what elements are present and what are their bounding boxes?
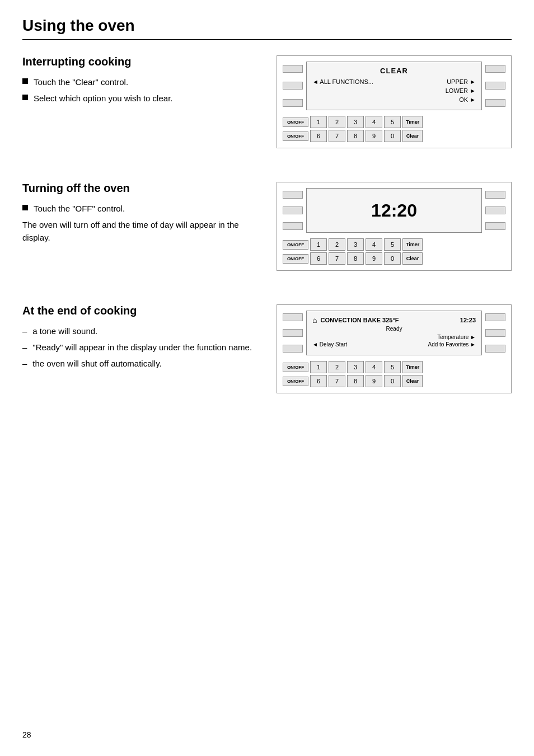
key-6c[interactable]: 6 xyxy=(310,375,327,387)
key-1c[interactable]: 1 xyxy=(310,361,327,373)
left-btn-6[interactable] xyxy=(283,222,303,230)
dash-icon: – xyxy=(22,341,27,353)
clear-header: CLEAR xyxy=(312,67,476,75)
section-interrupting-cooking: Interrupting cooking Touch the "Clear" c… xyxy=(22,55,512,148)
key-8b[interactable]: 8 xyxy=(347,252,364,265)
time-display: 12:20 xyxy=(306,188,482,233)
key-4c[interactable]: 4 xyxy=(366,361,382,373)
onoff-btn-4[interactable]: ON/OFF xyxy=(283,254,308,264)
keypad-row4: ON/OFF 6 7 8 9 0 Clear xyxy=(283,252,505,265)
display-area-3: ⌂ CONVECTION BAKE 325°F 12:23 Ready Temp… xyxy=(283,311,505,355)
timer-btn-1[interactable]: Timer xyxy=(402,116,423,128)
left-btn-5[interactable] xyxy=(283,206,303,214)
onoff-btn-5[interactable]: ON/OFF xyxy=(283,363,308,372)
right-btn-7[interactable] xyxy=(485,313,505,321)
key-6[interactable]: 6 xyxy=(310,130,327,142)
right-btn-2[interactable] xyxy=(485,82,505,90)
clear-btn-3[interactable]: Clear xyxy=(402,375,423,387)
key-7c[interactable]: 7 xyxy=(329,375,345,387)
cooking-bottom-row: ◄ Delay Start Add to Favorites ► xyxy=(312,341,476,348)
all-functions-label: ◄ ALL FUNCTIONS... xyxy=(312,78,373,85)
bullet-icon xyxy=(22,78,28,84)
cooking-display: ⌂ CONVECTION BAKE 325°F 12:23 Ready Temp… xyxy=(306,311,482,355)
onoff-btn-6[interactable]: ON/OFF xyxy=(283,377,308,386)
right-btn-9[interactable] xyxy=(485,345,505,353)
left-btn-9[interactable] xyxy=(283,345,303,353)
key-0b[interactable]: 0 xyxy=(384,252,401,265)
key-4[interactable]: 4 xyxy=(366,116,382,128)
section2-bullet1: Touch the "OFF" control. xyxy=(22,203,265,214)
left-btn-7[interactable] xyxy=(283,313,303,321)
home-icon: ⌂ xyxy=(312,316,317,325)
key-9c[interactable]: 9 xyxy=(366,375,382,387)
cooking-time: 12:23 xyxy=(460,317,476,323)
right-buttons-3 xyxy=(485,311,505,355)
section1-bullet2: Select which option you wish to clear. xyxy=(22,92,265,104)
onoff-btn-3[interactable]: ON/OFF xyxy=(283,240,308,250)
right-btn-1[interactable] xyxy=(485,65,505,73)
lower-label: LOWER ► xyxy=(446,87,476,94)
clear-btn-2[interactable]: Clear xyxy=(402,252,423,265)
left-buttons-2 xyxy=(283,188,303,233)
key-0c[interactable]: 0 xyxy=(384,375,401,387)
section2-title: Turning off the oven xyxy=(22,182,265,195)
right-btn-5[interactable] xyxy=(485,206,505,214)
page-title: Using the oven xyxy=(22,17,512,40)
key-5[interactable]: 5 xyxy=(384,116,401,128)
key-8[interactable]: 8 xyxy=(347,130,364,142)
key-1b[interactable]: 1 xyxy=(310,238,327,251)
onoff-btn-1[interactable]: ON/OFF xyxy=(283,118,308,127)
keypad-2: ON/OFF 1 2 3 4 5 Timer ON/OFF 6 7 8 9 0 … xyxy=(283,238,505,265)
bullet-icon xyxy=(22,205,28,210)
left-btn-1[interactable] xyxy=(283,65,303,73)
key-2c[interactable]: 2 xyxy=(329,361,345,373)
upper-label: UPPER ► xyxy=(447,78,476,85)
section1-bullet1: Touch the "Clear" control. xyxy=(22,76,265,88)
key-9b[interactable]: 9 xyxy=(366,252,382,265)
display-area-1: CLEAR ◄ ALL FUNCTIONS... UPPER ► LOWER ►… xyxy=(283,62,505,110)
key-8c[interactable]: 8 xyxy=(347,375,364,387)
key-3[interactable]: 3 xyxy=(347,116,364,128)
key-1[interactable]: 1 xyxy=(310,116,327,128)
temp-label[interactable]: Temperature ► xyxy=(437,334,476,340)
right-btn-6[interactable] xyxy=(485,222,505,230)
key-5b[interactable]: 5 xyxy=(384,238,401,251)
ok-label: OK ► xyxy=(459,96,476,103)
key-3b[interactable]: 3 xyxy=(347,238,364,251)
add-favorites-label[interactable]: Add to Favorites ► xyxy=(428,341,476,348)
left-btn-3[interactable] xyxy=(283,99,303,107)
key-2b[interactable]: 2 xyxy=(329,238,345,251)
left-btn-8[interactable] xyxy=(283,329,303,337)
right-buttons-1 xyxy=(485,62,505,110)
right-btn-4[interactable] xyxy=(485,191,505,199)
keypad-row2: ON/OFF 6 7 8 9 0 Clear xyxy=(283,130,505,142)
right-btn-3[interactable] xyxy=(485,99,505,107)
dash-icon: – xyxy=(22,325,27,337)
key-3c[interactable]: 3 xyxy=(347,361,364,373)
right-btn-8[interactable] xyxy=(485,329,505,337)
key-4b[interactable]: 4 xyxy=(366,238,382,251)
key-2[interactable]: 2 xyxy=(329,116,345,128)
delay-start-label[interactable]: ◄ Delay Start xyxy=(312,341,347,348)
timer-btn-3[interactable]: Timer xyxy=(402,361,423,373)
onoff-btn-2[interactable]: ON/OFF xyxy=(283,132,308,141)
keypad-row1: ON/OFF 1 2 3 4 5 Timer xyxy=(283,116,505,128)
section3-title: At the end of cooking xyxy=(22,304,265,317)
left-btn-2[interactable] xyxy=(283,82,303,90)
clear-row-lower: LOWER ► xyxy=(312,87,476,94)
time-text: 12:20 xyxy=(371,200,417,221)
right-buttons-2 xyxy=(485,188,505,233)
key-5c[interactable]: 5 xyxy=(384,361,401,373)
temp-row: Temperature ► xyxy=(312,334,476,340)
key-7[interactable]: 7 xyxy=(329,130,345,142)
key-6b[interactable]: 6 xyxy=(310,252,327,265)
cooking-top-row: ⌂ CONVECTION BAKE 325°F 12:23 xyxy=(312,316,476,325)
timer-btn-2[interactable]: Timer xyxy=(402,238,423,251)
key-0[interactable]: 0 xyxy=(384,130,401,142)
key-7b[interactable]: 7 xyxy=(329,252,345,265)
clear-display: CLEAR ◄ ALL FUNCTIONS... UPPER ► LOWER ►… xyxy=(306,62,482,110)
key-9[interactable]: 9 xyxy=(366,130,382,142)
clear-btn-1[interactable]: Clear xyxy=(402,130,423,142)
left-btn-4[interactable] xyxy=(283,191,303,199)
section3-dash2: – "Ready" will appear in the display und… xyxy=(22,341,265,353)
